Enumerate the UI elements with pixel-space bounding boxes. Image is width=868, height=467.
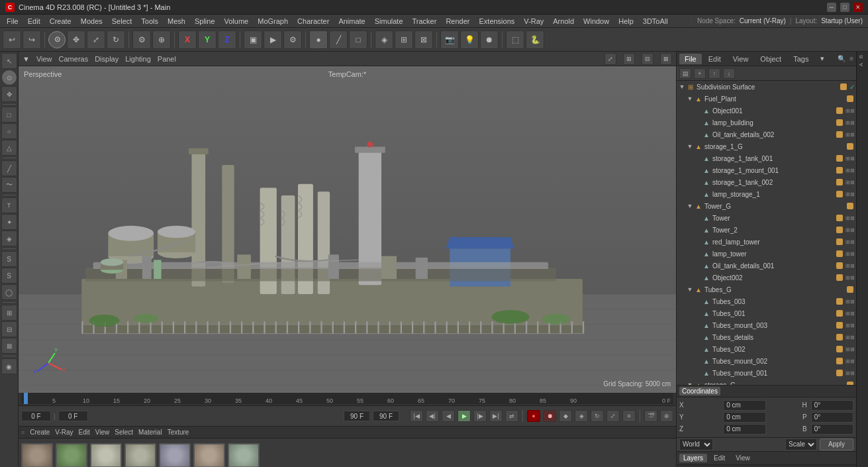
- rt-tab-file[interactable]: File: [679, 54, 702, 64]
- obj-toolbar-btn1[interactable]: ▤: [679, 68, 691, 79]
- tree-item-lamptower[interactable]: ▶ ▲ lamp_tower ⊞⊠: [677, 248, 856, 260]
- vp-menu-cameras[interactable]: Cameras: [59, 55, 89, 63]
- restore-button[interactable]: □: [840, 3, 849, 12]
- menu-mograph[interactable]: MoGraph: [254, 16, 292, 26]
- move-tool-button[interactable]: ✥: [67, 30, 85, 49]
- menu-animate[interactable]: Animate: [334, 16, 369, 26]
- edge-mode-button[interactable]: ╱: [329, 30, 348, 49]
- key-extra-button[interactable]: ≡: [622, 410, 636, 422]
- last-frame-button[interactable]: ▶|: [489, 410, 503, 422]
- obj-toolbar-btn2[interactable]: +: [694, 68, 706, 79]
- mat-menu-view2[interactable]: View: [95, 429, 110, 436]
- vp-menu-view[interactable]: View: [36, 55, 52, 63]
- python-button[interactable]: 🐍: [526, 30, 544, 49]
- menu-spline[interactable]: Spline: [191, 16, 219, 26]
- lt-object[interactable]: ⊙: [1, 70, 17, 85]
- tree-item-s1mount001[interactable]: ▶ ▲ storage_1_mount_001 ⊞⊠: [677, 164, 856, 176]
- b-rotation-input[interactable]: [811, 424, 853, 435]
- tree-item-tubes003[interactable]: ▶ ▲ Tubes_003 ⊞⊠: [677, 295, 856, 307]
- menu-tracker[interactable]: Tracker: [409, 16, 441, 26]
- tree-item-obj001[interactable]: ▶ ▲ Object001 ⊞⊠: [677, 105, 856, 117]
- tree-item-fuelplant[interactable]: ▼ ▲ Fuel_Plant: [677, 93, 856, 105]
- point-mode-button[interactable]: ●: [309, 30, 328, 49]
- current-frame-input2[interactable]: [58, 411, 88, 421]
- tree-item-tubes002[interactable]: ▶ ▲ Tubes_002 ⊞⊠: [677, 343, 856, 355]
- lt-line[interactable]: ╱: [1, 160, 17, 176]
- motion-clip-button[interactable]: 🎬: [644, 410, 657, 422]
- arrow-fuelplant[interactable]: ▼: [686, 95, 694, 103]
- key-rot-button[interactable]: ↻: [591, 410, 604, 422]
- mat-menu-edit[interactable]: Edit: [79, 429, 90, 436]
- tree-item-towerg[interactable]: ▼ ▲ Tower_G: [677, 200, 856, 212]
- lt-grid[interactable]: ⊞: [1, 305, 17, 321]
- tree-item-storageg[interactable]: ▼ ▲ storage_G: [677, 379, 856, 385]
- z-position-input[interactable]: [723, 424, 765, 435]
- key-pos-button[interactable]: ◈: [575, 410, 588, 422]
- x-axis-button[interactable]: X: [178, 30, 197, 49]
- rt-tab-view[interactable]: View: [728, 54, 754, 64]
- menu-edit[interactable]: Edit: [24, 16, 44, 26]
- tree-item-subdiv[interactable]: ▼ ⊞ Subdivision Surface ✓: [677, 81, 856, 93]
- light-button[interactable]: 💡: [460, 30, 479, 49]
- menu-create[interactable]: Create: [46, 16, 75, 26]
- vp-menu-lighting[interactable]: Lighting: [125, 55, 151, 63]
- material-storage1[interactable]: storage_: [124, 443, 156, 467]
- range-end-input[interactable]: [344, 411, 370, 421]
- lt-effector[interactable]: ◈: [1, 231, 17, 246]
- frb-browser[interactable]: B: [858, 53, 867, 60]
- vp-menu-toggle[interactable]: ▼: [23, 55, 30, 63]
- scene-tree[interactable]: ▼ ⊞ Subdivision Surface ✓ ▼ ▲ Fuel_Plant…: [677, 81, 856, 385]
- z-axis-button[interactable]: Z: [218, 30, 236, 49]
- redo-button[interactable]: ↪: [23, 30, 41, 49]
- play-forward-button[interactable]: ▶: [458, 410, 471, 422]
- lt-grid3[interactable]: ⊠: [1, 338, 17, 354]
- menu-extensions[interactable]: Extensions: [475, 16, 518, 26]
- menu-character[interactable]: Character: [293, 16, 333, 26]
- tree-item-obj002[interactable]: ▶ ▲ Object002 ⊞⊠: [677, 272, 856, 284]
- arrow-tubesg[interactable]: ▼: [686, 285, 694, 293]
- material-building[interactable]: building_: [21, 443, 53, 467]
- lt-text[interactable]: T: [1, 197, 17, 213]
- menu-select[interactable]: Select: [108, 16, 136, 26]
- auto-key-button[interactable]: ⏺: [543, 410, 556, 422]
- lt-deform[interactable]: S: [1, 251, 17, 267]
- lt-box[interactable]: □: [1, 107, 17, 123]
- rt-tab-more[interactable]: ▾: [815, 53, 830, 64]
- viewport[interactable]: Perspective TempCam:* Grid Spacing: 5000…: [19, 66, 676, 393]
- tree-item-tubesdetails[interactable]: ▶ ▲ Tubes_details ⊞⊠: [677, 331, 856, 343]
- obj-toolbar-btn4[interactable]: ↓: [723, 68, 735, 79]
- tree-item-s1tank001[interactable]: ▶ ▲ storage_1_tank_001 ⊞⊠: [677, 152, 856, 164]
- rotate-tool-button[interactable]: ↻: [107, 30, 125, 49]
- menu-vray[interactable]: V-Ray: [520, 16, 548, 26]
- vp-menu-panel[interactable]: Panel: [158, 55, 176, 63]
- arrow-storageg[interactable]: ▼: [686, 381, 694, 385]
- layers-tab-edit[interactable]: Edit: [710, 454, 729, 462]
- record-keyframe-button[interactable]: ●: [527, 410, 540, 422]
- mat-menu-vray[interactable]: V-Ray: [55, 429, 73, 436]
- tree-item-tubesmount001[interactable]: ▶ ▲ Tubes_mount_001 ⊞⊠: [677, 367, 856, 379]
- play-back-button[interactable]: ◀: [442, 410, 455, 422]
- menu-help[interactable]: Help: [614, 16, 638, 26]
- arrow-subdiv[interactable]: ▼: [678, 83, 686, 91]
- lt-move[interactable]: ✥: [1, 86, 17, 102]
- close-button[interactable]: ✕: [853, 3, 863, 12]
- tree-item-tubes001[interactable]: ▶ ▲ Tubes_001 ⊞⊠: [677, 307, 856, 319]
- layers-tab-layers[interactable]: Layers: [679, 454, 707, 462]
- coord-space-select[interactable]: World Object: [679, 439, 713, 450]
- timeline-extra-button[interactable]: ⊕: [660, 410, 673, 422]
- menu-simulate[interactable]: Simulate: [371, 16, 407, 26]
- lt-circle[interactable]: ◯: [1, 284, 17, 300]
- camera-button[interactable]: 📷: [440, 30, 459, 49]
- object-mode-button[interactable]: ⊙: [48, 31, 66, 48]
- mat-menu-create[interactable]: Create: [30, 429, 50, 436]
- timeline-ruler[interactable]: 0 5 10 15 20 25 30 35 40 45 50 55 60 65 …: [19, 393, 676, 406]
- current-frame-input[interactable]: [21, 411, 51, 421]
- minimize-button[interactable]: ─: [827, 3, 836, 12]
- next-keyframe-button[interactable]: |▶: [473, 410, 487, 422]
- material-storage2[interactable]: storage_: [159, 443, 191, 467]
- tree-item-tower2[interactable]: ▶ ▲ Tower_2 ⊞⊠: [677, 224, 856, 236]
- lt-curve[interactable]: 〜: [1, 177, 17, 193]
- key-all-button[interactable]: ◆: [559, 410, 572, 422]
- poly-mode-button[interactable]: □: [349, 30, 367, 49]
- vp-layout3-button[interactable]: ⊠: [660, 53, 672, 65]
